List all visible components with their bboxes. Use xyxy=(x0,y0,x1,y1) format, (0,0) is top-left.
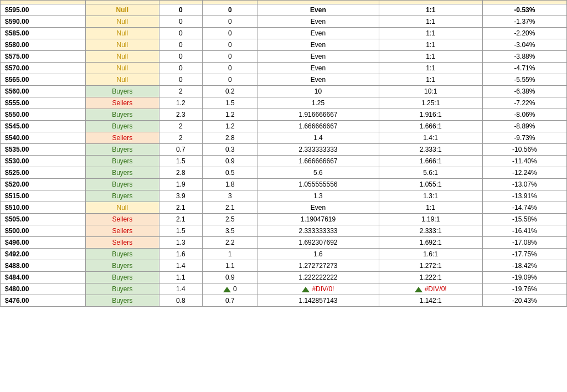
cell-boxes-buyers: 1.4 xyxy=(159,283,202,295)
cell-from-price: -15.58% xyxy=(482,214,566,225)
cell-buyers-sellers: Sellers xyxy=(85,237,159,249)
cell-ratio-refined: 1.692:1 xyxy=(379,237,482,249)
cell-from-price: -20.43% xyxy=(482,295,566,307)
cell-ratio: Even xyxy=(257,28,379,39)
cell-boxes-buyers: 2 xyxy=(159,86,202,97)
cell-ratio: 5.6 xyxy=(257,167,379,179)
cell-price: $560.00 xyxy=(1,86,86,97)
cell-price: $595.00 xyxy=(1,4,86,16)
cell-boxes-buyers: 2.1 xyxy=(159,214,202,225)
cell-from-price: -6.38% xyxy=(482,86,566,97)
cell-price: $565.00 xyxy=(1,74,86,86)
cell-boxes-sellers: 1.5 xyxy=(203,97,257,109)
cell-from-price: -5.55% xyxy=(482,74,566,86)
header-buyers-sellers xyxy=(85,1,159,4)
cell-buyers-sellers: Buyers xyxy=(85,249,159,260)
cell-price: $550.00 xyxy=(1,109,86,121)
cell-boxes-sellers: 3 xyxy=(203,190,257,202)
cell-from-price: -2.20% xyxy=(482,28,566,39)
cell-buyers-sellers: Null xyxy=(85,51,159,63)
cell-boxes-buyers: 1.1 xyxy=(159,272,202,283)
cell-buyers-sellers: Buyers xyxy=(85,167,159,179)
cell-buyers-sellers: Sellers xyxy=(85,225,159,237)
cell-buyers-sellers: Buyers xyxy=(85,272,159,283)
cell-ratio-refined: 1.19:1 xyxy=(379,214,482,225)
cell-from-price: -11.40% xyxy=(482,156,566,167)
header-ratio-refined xyxy=(379,1,482,4)
cell-ratio-refined: #DIV/0! xyxy=(379,283,482,295)
cell-price: $555.00 xyxy=(1,97,86,109)
cell-ratio: 1.916666667 xyxy=(257,109,379,121)
cell-ratio-refined: 1.4:1 xyxy=(379,132,482,144)
cell-price: $590.00 xyxy=(1,16,86,28)
cell-boxes-buyers: 2.3 xyxy=(159,109,202,121)
cell-boxes-sellers: 1.1 xyxy=(203,260,257,272)
cell-price: $540.00 xyxy=(1,132,86,144)
cell-boxes-buyers: 1.6 xyxy=(159,249,202,260)
cell-price: $575.00 xyxy=(1,51,86,63)
cell-from-price: -17.08% xyxy=(482,237,566,249)
header-price xyxy=(1,1,86,4)
cell-boxes-sellers: 1 xyxy=(203,249,257,260)
cell-boxes-buyers: 0 xyxy=(159,39,202,51)
cell-boxes-buyers: 0 xyxy=(159,63,202,74)
cell-boxes-sellers: 0 xyxy=(203,28,257,39)
cell-price: $488.00 xyxy=(1,260,86,272)
cell-buyers-sellers: Buyers xyxy=(85,109,159,121)
cell-boxes-sellers: 0 xyxy=(203,74,257,86)
cell-ratio-refined: 1.272:1 xyxy=(379,260,482,272)
cell-from-price: -19.76% xyxy=(482,283,566,295)
cell-boxes-buyers: 1.5 xyxy=(159,156,202,167)
cell-from-price: -13.91% xyxy=(482,190,566,202)
cell-from-price: -9.73% xyxy=(482,132,566,144)
cell-from-price: -17.75% xyxy=(482,249,566,260)
cell-from-price: -8.89% xyxy=(482,121,566,132)
cell-from-price: -3.04% xyxy=(482,39,566,51)
cell-ratio: 1.055555556 xyxy=(257,179,379,190)
cell-ratio-refined: 2.333:1 xyxy=(379,144,482,156)
cell-buyers-sellers: Null xyxy=(85,39,159,51)
cell-boxes-sellers: 0.7 xyxy=(203,295,257,307)
cell-boxes-buyers: 2.8 xyxy=(159,167,202,179)
cell-from-price: -0.53% xyxy=(482,4,566,16)
cell-buyers-sellers: Null xyxy=(85,4,159,16)
cell-boxes-sellers: 3.5 xyxy=(203,225,257,237)
cell-from-price: -16.41% xyxy=(482,225,566,237)
cell-from-price: -7.22% xyxy=(482,97,566,109)
cell-boxes-buyers: 1.4 xyxy=(159,260,202,272)
cell-ratio-refined: 1.3:1 xyxy=(379,190,482,202)
cell-boxes-buyers: 1.3 xyxy=(159,237,202,249)
cell-boxes-buyers: 0 xyxy=(159,16,202,28)
cell-price: $484.00 xyxy=(1,272,86,283)
cell-buyers-sellers: Buyers xyxy=(85,86,159,97)
cell-boxes-buyers: 1.2 xyxy=(159,97,202,109)
cell-ratio-refined: 1.222:1 xyxy=(379,272,482,283)
cell-from-price: -14.74% xyxy=(482,202,566,214)
cell-ratio-refined: 1:1 xyxy=(379,16,482,28)
cell-ratio-refined: 1:1 xyxy=(379,39,482,51)
cell-ratio-refined: 1:1 xyxy=(379,51,482,63)
cell-ratio: 1.666666667 xyxy=(257,156,379,167)
cell-price: $496.00 xyxy=(1,237,86,249)
cell-boxes-sellers: 0.5 xyxy=(203,167,257,179)
cell-ratio: 2.333333333 xyxy=(257,225,379,237)
cell-buyers-sellers: Null xyxy=(85,28,159,39)
cell-buyers-sellers: Buyers xyxy=(85,295,159,307)
cell-buyers-sellers: Null xyxy=(85,202,159,214)
cell-from-price: -8.06% xyxy=(482,109,566,121)
cell-boxes-buyers: 2 xyxy=(159,132,202,144)
cell-ratio-refined: 1:1 xyxy=(379,74,482,86)
cell-price: $510.00 xyxy=(1,202,86,214)
cell-ratio: 1.666666667 xyxy=(257,121,379,132)
cell-ratio: Even xyxy=(257,74,379,86)
cell-boxes-buyers: 0.7 xyxy=(159,144,202,156)
cell-ratio: 1.692307692 xyxy=(257,237,379,249)
cell-buyers-sellers: Buyers xyxy=(85,260,159,272)
cell-price: $505.00 xyxy=(1,214,86,225)
cell-ratio: Even xyxy=(257,51,379,63)
cell-from-price: -12.24% xyxy=(482,167,566,179)
cell-ratio: 1.142857143 xyxy=(257,295,379,307)
cell-ratio: 1.272727273 xyxy=(257,260,379,272)
cell-ratio: 2.333333333 xyxy=(257,144,379,156)
cell-boxes-sellers: 2.2 xyxy=(203,237,257,249)
